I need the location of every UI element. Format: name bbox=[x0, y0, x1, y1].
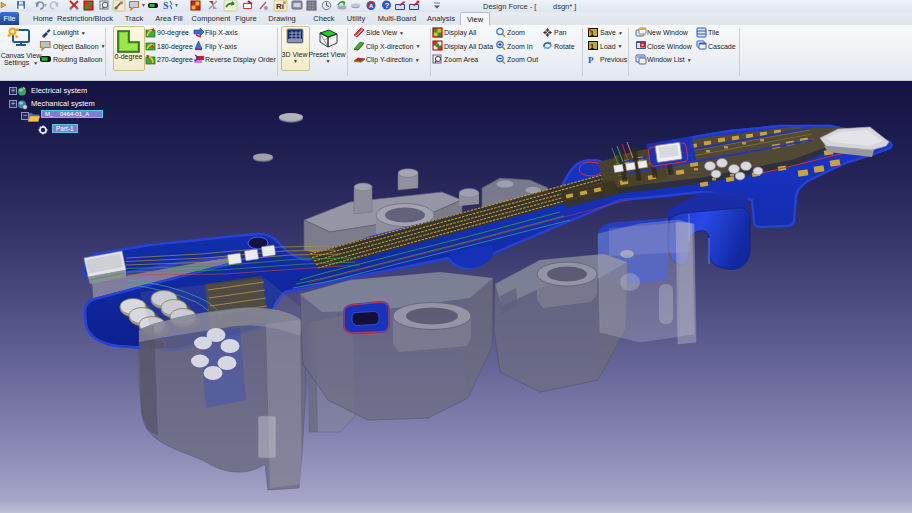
svg-text:S: S bbox=[163, 0, 169, 11]
svg-text:1: 1 bbox=[590, 43, 594, 50]
svg-text:A: A bbox=[369, 3, 374, 9]
svg-text:P: P bbox=[588, 55, 594, 65]
svg-text:Ri: Ri bbox=[276, 2, 284, 11]
svg-text:?: ? bbox=[385, 1, 390, 10]
